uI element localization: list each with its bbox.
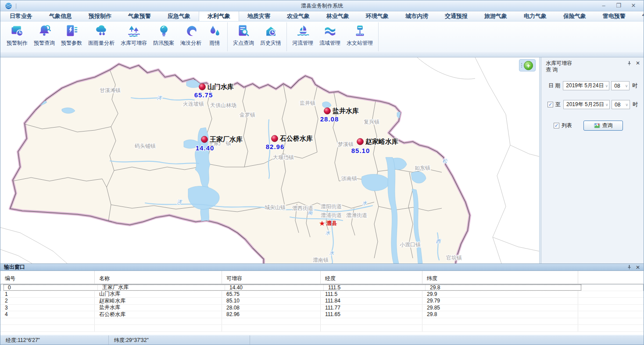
toolbar-disaster-history-button[interactable]: 历史灾情 xyxy=(257,22,284,51)
toolbar-disaster-search-button[interactable]: 灾点查询 xyxy=(230,22,257,51)
table-row-cells: 2赵家峪水库85.10111.8429.79 xyxy=(0,298,578,304)
reservoir-dot-icon[interactable] xyxy=(357,139,364,145)
table-cell: 14.40 xyxy=(225,285,324,291)
table-header-filler xyxy=(578,271,644,284)
date-from-select[interactable]: 2019年 5月24日 ∨ xyxy=(563,81,609,90)
menu-item-16[interactable]: 雷电预警 xyxy=(594,11,634,21)
list-checkbox[interactable]: ✓ xyxy=(554,123,559,128)
hour-from-select[interactable]: 08 ∨ xyxy=(611,81,630,90)
output-window: 输出窗口 ✕ 编号名称可增容经度纬度0王家厂水库14.40111.529.81山… xyxy=(0,263,644,334)
table-cell: 111.5 xyxy=(321,291,422,298)
menu-item-14[interactable]: 电力气象 xyxy=(515,11,555,21)
toolbar-warning-params-button[interactable]: 预警参数 xyxy=(58,22,85,51)
menu-item-8[interactable]: 农业气象 xyxy=(279,11,318,21)
menu-item-13[interactable]: 旅游气象 xyxy=(476,11,515,21)
title-bar: | 澧县业务制作系统 – ❐ ✕ xyxy=(0,0,644,11)
pin-icon[interactable] xyxy=(627,61,631,66)
menu-item-1[interactable]: 日常业务 xyxy=(1,11,41,21)
toolbar-inundation-button[interactable]: 淹没分析 xyxy=(177,22,204,51)
town-label: 如东镇 xyxy=(415,165,430,171)
reservoir-dot-icon[interactable] xyxy=(201,136,208,143)
hour-from-value: 08 xyxy=(614,83,620,89)
table-row[interactable]: 4石公桥水库82.96111.6529.8 xyxy=(0,311,644,318)
to-label: 至 xyxy=(555,101,561,108)
hour-to-select[interactable]: 08 ∨ xyxy=(612,100,630,109)
column-header-2[interactable]: 名称 xyxy=(95,271,222,284)
reservoir-name-label: 赵家峪水库 xyxy=(365,138,398,145)
application-window: | 澧县业务制作系统 – ❐ ✕ 日常业务气象信息预报制作气象预警应急气象水利气… xyxy=(0,0,644,345)
reservoir-dot-icon[interactable] xyxy=(272,135,278,142)
table-row[interactable]: 2赵家峪水库85.10111.8429.79 xyxy=(0,298,644,305)
toolbar-button-label: 流域管理 xyxy=(319,39,340,47)
close-icon[interactable]: ✕ xyxy=(628,1,639,10)
table-cell xyxy=(95,325,222,331)
toolbar-flood-plan-button[interactable]: 防汛预案 xyxy=(150,22,177,51)
table-cell xyxy=(222,318,321,325)
toolbar-hydrostation-button[interactable]: 水文站管理 xyxy=(343,22,376,51)
county-map[interactable]: 涔涔南水水水西松甘溪滩镇火连坡镇天供山林场金罗镇盐井镇复兴镇码头铺镇王家厂 镇梦… xyxy=(0,57,539,263)
table-header-cells: 编号名称可增容经度纬度 xyxy=(0,271,578,284)
menu-item-15[interactable]: 保险气象 xyxy=(555,11,594,21)
query-button[interactable]: 查询 xyxy=(583,121,623,131)
town-label: 金罗镇 xyxy=(239,112,255,118)
menu-item-11[interactable]: 城市内涝 xyxy=(397,11,436,21)
menu-item-9[interactable]: 林业气象 xyxy=(318,11,358,21)
table-row-cells: 1山门水库65.75111.529.9 xyxy=(0,291,578,298)
toolbar-button-label: 灾点查询 xyxy=(233,39,254,47)
inundation-icon xyxy=(184,24,198,38)
menu-item-5[interactable]: 应急气象 xyxy=(159,11,199,21)
toolbar-warning-search-button[interactable]: 预警查询 xyxy=(31,22,58,51)
pin-icon[interactable] xyxy=(627,265,631,270)
date-to-select[interactable]: 2019年 5月25日 ∨ xyxy=(563,100,610,109)
minimize-icon[interactable]: – xyxy=(598,1,609,10)
column-header-5[interactable]: 纬度 xyxy=(422,271,578,284)
reservoir-dot-icon[interactable] xyxy=(324,108,331,114)
map-area[interactable]: 涔涔南水水水西松甘溪滩镇火连坡镇天供山林场金罗镇盐井镇复兴镇码头铺镇王家厂 镇梦… xyxy=(0,57,539,263)
toolbar-reservoir-capacity-button[interactable]: 水库可增容 xyxy=(118,22,150,51)
table-row-filler xyxy=(578,298,644,304)
table-cell xyxy=(321,318,422,325)
toolbar-rainfall-analysis-button[interactable]: 面雨量分析 xyxy=(85,22,118,51)
neighbor-boundary-line xyxy=(0,228,67,263)
menu-item-3[interactable]: 预报制作 xyxy=(80,11,120,21)
menu-item-6[interactable]: 水利气象 xyxy=(199,11,239,21)
menu-item-2[interactable]: 气象信息 xyxy=(41,11,80,21)
output-close-icon[interactable]: ✕ xyxy=(636,264,640,270)
town-label: 澧西街道 xyxy=(292,205,313,211)
toolbar-warning-compose-button[interactable]: 预警制作 xyxy=(4,22,31,51)
table-cell: 石公桥水库 xyxy=(95,311,222,318)
column-header-1[interactable]: 编号 xyxy=(0,271,95,284)
table-cell: 2 xyxy=(0,298,95,304)
toolbar-button-label: 淹没分析 xyxy=(180,39,201,47)
window-title: 澧县业务制作系统 xyxy=(0,2,644,10)
table-header-row: 编号名称可增容经度纬度 xyxy=(0,271,644,284)
to-checkbox[interactable]: ✓ xyxy=(547,102,553,107)
menu-item-12[interactable]: 交通预报 xyxy=(436,11,476,21)
table-row[interactable]: 0王家厂水库14.40111.529.8 xyxy=(0,284,644,291)
toolbar-basin-button[interactable]: 流域管理 xyxy=(316,22,343,51)
column-header-4[interactable]: 经度 xyxy=(321,271,422,284)
river-label: 水 xyxy=(362,200,368,206)
toolbar-river-button[interactable]: 河流管理 xyxy=(289,22,316,51)
neighbor-boundary-line xyxy=(510,145,539,156)
column-header-3[interactable]: 可增容 xyxy=(222,271,321,284)
table-row[interactable]: 1山门水库65.75111.529.9 xyxy=(0,291,644,298)
table-cell: 王家厂水库 xyxy=(98,285,225,291)
menu-item-4[interactable]: 气象预警 xyxy=(120,11,159,21)
menu-item-7[interactable]: 地质灾害 xyxy=(239,11,279,21)
map-zoom-in-button[interactable]: + xyxy=(524,61,533,70)
table-row[interactable]: 3盐井水库28.08111.7729.85 xyxy=(0,305,644,312)
chevron-down-icon: ∨ xyxy=(605,103,608,107)
county-seat-marker: ★澧县 xyxy=(319,220,337,227)
menu-item-10[interactable]: 环境气象 xyxy=(358,11,397,21)
table-cell: 29.9 xyxy=(422,291,578,298)
toolbar-rain-button[interactable]: 雨情 xyxy=(204,22,225,51)
restore-icon[interactable]: ❐ xyxy=(613,1,624,10)
table-cell: 29.8 xyxy=(422,311,578,318)
menu-item-17[interactable]: 气象指数 xyxy=(634,11,644,21)
toolbar-button-label: 雨情 xyxy=(210,39,220,47)
reservoir-dot-icon[interactable] xyxy=(199,84,206,90)
chevron-down-icon: ∨ xyxy=(625,103,628,107)
panel-close-icon[interactable]: ✕ xyxy=(636,60,640,66)
table-cell: 盐井水库 xyxy=(95,305,222,311)
